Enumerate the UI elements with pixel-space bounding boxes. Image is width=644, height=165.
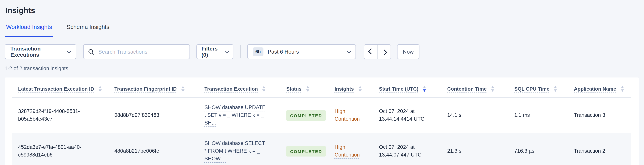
column-header-status[interactable]: Status — [280, 77, 329, 97]
table-row: 452da3e7-e7fa-4801-aa40-c59988d14eb6 480… — [12, 133, 631, 165]
time-range-label: Past 6 Hours — [268, 49, 348, 55]
time-range-badge: 6h — [253, 47, 264, 56]
sort-icon — [554, 86, 557, 92]
insights-table-card: Latest Transaction Execution ID Transact… — [4, 77, 639, 165]
table-header-row: Latest Transaction Execution ID Transact… — [12, 77, 631, 97]
transaction-execution-link[interactable]: SHOW database UPDATE t SET v = _ WHERE k… — [204, 104, 268, 127]
sort-icon — [491, 86, 494, 92]
chevron-down-icon — [347, 49, 351, 53]
chevron-left-icon — [368, 48, 374, 54]
column-header-latest-transaction-execution-id[interactable]: Latest Transaction Execution ID — [12, 77, 108, 97]
sort-icon — [621, 86, 624, 92]
search-input[interactable] — [98, 48, 185, 55]
filters-dropdown[interactable]: Filters (0) — [196, 44, 234, 59]
sort-desc-active-icon — [423, 86, 426, 92]
workload-type-label: Transaction Executions — [10, 46, 68, 58]
column-header-insights[interactable]: Insights — [329, 77, 373, 97]
now-button[interactable]: Now — [397, 44, 420, 59]
table-row: 328729d2-ff19-4408-8531-b05a5b4e43c7 08d… — [12, 97, 631, 133]
time-range-step-buttons — [364, 44, 391, 59]
sort-icon — [358, 86, 362, 92]
sort-icon — [98, 86, 102, 92]
sql-cpu-time: 1.1 ms — [514, 112, 530, 118]
column-header-start-time[interactable]: Start Time (UTC) — [373, 77, 442, 97]
application-name: Transaction 2 — [574, 148, 605, 154]
status-badge: COMPLETED — [286, 146, 326, 156]
insights-tabs: Workload Insights Schema Insights — [4, 23, 640, 37]
toolbar-divider — [240, 45, 241, 58]
transaction-fingerprint-id: 480a8b217be006fe — [114, 148, 159, 154]
search-box[interactable] — [83, 44, 190, 59]
column-header-application-name[interactable]: Application Name — [568, 77, 631, 97]
sort-icon — [306, 86, 309, 92]
column-header-transaction-execution[interactable]: Transaction Execution — [198, 77, 280, 97]
tab-schema-insights[interactable]: Schema Insights — [66, 23, 110, 37]
transaction-fingerprint-id: 08d8b7d97f830463 — [114, 112, 159, 118]
transaction-execution-link[interactable]: SHOW database SELECT * FROM t WHERE k = … — [204, 139, 268, 163]
start-time: Oct 07, 2024 at 13:44:07.447 UTC — [379, 143, 435, 159]
filters-label: Filters (0) — [202, 46, 225, 58]
tab-workload-insights[interactable]: Workload Insights — [6, 23, 53, 37]
page-title: Insights — [6, 6, 640, 16]
column-header-transaction-fingerprint-id[interactable]: Transaction Fingerprint ID — [108, 77, 199, 97]
chevron-down-icon — [67, 49, 71, 53]
sort-icon — [262, 86, 266, 92]
transaction-insights-table: Latest Transaction Execution ID Transact… — [12, 77, 631, 165]
start-time: Oct 07, 2024 at 13:44:14.4414 UTC — [379, 108, 435, 123]
insights-page: Insights Workload Insights Schema Insigh… — [0, 0, 644, 165]
status-badge: COMPLETED — [286, 110, 326, 120]
column-header-sql-cpu-time[interactable]: SQL CPU Time — [508, 77, 568, 97]
next-time-range-button[interactable] — [378, 45, 390, 59]
chevron-down-icon — [225, 49, 229, 53]
toolbar: Transaction Executions Filters (0) 6h Pa… — [4, 44, 640, 59]
insight-label: High Contention — [334, 108, 368, 123]
workload-type-dropdown[interactable]: Transaction Executions — [4, 44, 76, 59]
application-name: Transaction 3 — [574, 112, 605, 118]
column-header-contention-time[interactable]: Contention Time — [442, 77, 508, 97]
time-range-dropdown[interactable]: 6h Past 6 Hours — [247, 44, 356, 59]
contention-time: 21.3 s — [447, 148, 462, 154]
insight-label: High Contention — [334, 143, 368, 159]
search-icon — [88, 49, 94, 55]
chevron-right-icon — [381, 49, 387, 55]
previous-time-range-button[interactable] — [364, 45, 378, 59]
transaction-execution-id: 452da3e7-e7fa-4801-aa40-c59988d14eb6 — [18, 143, 101, 159]
sql-cpu-time: 716.3 µs — [514, 148, 534, 154]
results-count: 1-2 of 2 transaction insights — [4, 66, 640, 71]
transaction-execution-id: 328729d2-ff19-4408-8531-b05a5b4e43c7 — [18, 108, 101, 123]
contention-time: 14.1 s — [447, 112, 462, 118]
sort-icon — [182, 86, 184, 92]
